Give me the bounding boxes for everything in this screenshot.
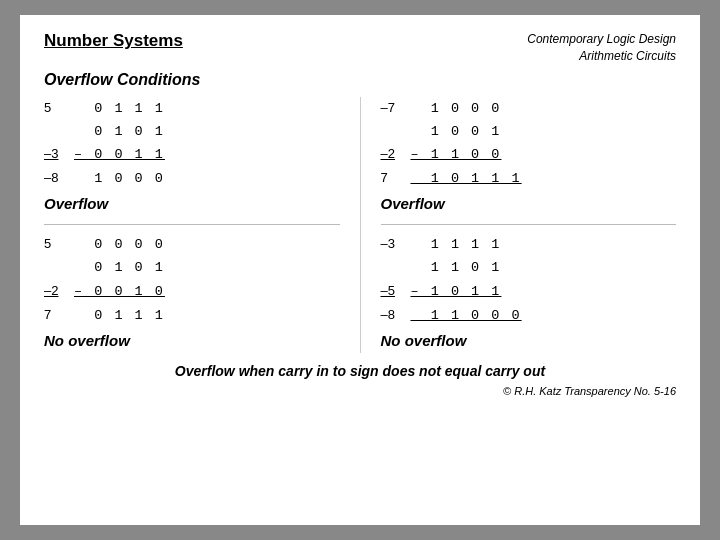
- bits-n1011: – 1 0 1 1: [411, 281, 502, 304]
- header: Number Systems Contemporary Logic Design…: [44, 31, 676, 65]
- bits-0000: 0 0 0 0: [74, 234, 165, 257]
- label-7-top: 7: [381, 167, 411, 189]
- right-divider: [381, 224, 677, 225]
- section-title: Overflow Conditions: [44, 71, 676, 89]
- bits-1000a: 1 0 0 0: [74, 168, 165, 191]
- bits-1001: 1 0 0 1: [411, 121, 502, 144]
- bits-n0011: – 0 0 1 1: [74, 144, 165, 167]
- right-top-row4: 7 1 0 1 1 1: [381, 167, 677, 191]
- bits-1000b: 1 0 0 0: [411, 98, 502, 121]
- label-5-top: 5: [44, 97, 74, 119]
- main-content: 5 0 1 1 1 0 1 0 1 –3 – 0 0 1 1 –8 1 0 0 …: [44, 97, 676, 354]
- right-no-overflow-label: No overflow: [381, 332, 677, 349]
- left-bottom-calc: 5 0 0 0 0 0 1 0 1 –2 – 0 0 1 0 7 0 1 1 1: [44, 233, 340, 328]
- bits-10111: 1 0 1 1 1: [411, 168, 522, 191]
- right-bot-row1: –3 1 1 1 1: [381, 233, 677, 257]
- slide-title: Number Systems: [44, 31, 183, 51]
- right-bot-row3: –5 – 1 0 1 1: [381, 280, 677, 304]
- label-neg5: –5: [381, 280, 411, 302]
- label-neg8: –8: [44, 167, 74, 189]
- left-divider: [44, 224, 340, 225]
- left-top-row4: –8 1 0 0 0: [44, 167, 340, 191]
- right-bottom-calc: –3 1 1 1 1 1 1 0 1 –5 – 1 0 1 1 –8 1 1 0…: [381, 233, 677, 328]
- label-neg3: –3: [44, 143, 74, 165]
- bits-0101b: 0 1 0 1: [74, 257, 165, 280]
- left-bot-row3: –2 – 0 0 1 0: [44, 280, 340, 304]
- left-top-calc: 5 0 1 1 1 0 1 0 1 –3 – 0 0 1 1 –8 1 0 0 …: [44, 97, 340, 192]
- label-7-bot: 7: [44, 304, 74, 326]
- right-bot-row4: –8 1 1 0 0 0: [381, 304, 677, 328]
- slide: Number Systems Contemporary Logic Design…: [20, 15, 700, 525]
- bits-0101: 0 1 0 1: [74, 121, 165, 144]
- bits-0111b: 0 1 1 1: [74, 305, 165, 328]
- left-overflow-label: Overflow: [44, 195, 340, 212]
- bits-1101: 1 1 0 1: [411, 257, 502, 280]
- left-top-row1: 5 0 1 1 1: [44, 97, 340, 121]
- right-top-row1: –7 1 0 0 0: [381, 97, 677, 121]
- bits-n1100: – 1 1 0 0: [411, 144, 502, 167]
- top-right-line1: Contemporary Logic Design: [527, 31, 676, 48]
- bits-11000: 1 1 0 0 0: [411, 305, 522, 328]
- bits-0111: 0 1 1 1: [74, 98, 165, 121]
- right-bot-row2: 1 1 0 1: [381, 257, 677, 280]
- bits-n0010: – 0 0 1 0: [74, 281, 165, 304]
- top-right-text: Contemporary Logic Design Arithmetic Cir…: [527, 31, 676, 65]
- left-bot-row4: 7 0 1 1 1: [44, 304, 340, 328]
- right-overflow-label: Overflow: [381, 195, 677, 212]
- label-neg8-bot: –8: [381, 304, 411, 326]
- left-bot-row1: 5 0 0 0 0: [44, 233, 340, 257]
- right-top-calc: –7 1 0 0 0 1 0 0 1 –2 – 1 1 0 0 7 1 0 1 …: [381, 97, 677, 192]
- bits-1111: 1 1 1 1: [411, 234, 502, 257]
- left-top-row2: 0 1 0 1: [44, 121, 340, 144]
- left-column: 5 0 1 1 1 0 1 0 1 –3 – 0 0 1 1 –8 1 0 0 …: [44, 97, 340, 354]
- label-neg2-top: –2: [381, 143, 411, 165]
- left-top-row3: –3 – 0 0 1 1: [44, 143, 340, 167]
- label-5-bot: 5: [44, 233, 74, 255]
- right-top-row3: –2 – 1 1 0 0: [381, 143, 677, 167]
- right-column: –7 1 0 0 0 1 0 0 1 –2 – 1 1 0 0 7 1 0 1 …: [360, 97, 677, 354]
- right-top-row2: 1 0 0 1: [381, 121, 677, 144]
- label-neg2-bot: –2: [44, 280, 74, 302]
- label-neg7: –7: [381, 97, 411, 119]
- left-bot-row2: 0 1 0 1: [44, 257, 340, 280]
- top-right-line2: Arithmetic Circuits: [527, 48, 676, 65]
- label-neg3-bot: –3: [381, 233, 411, 255]
- bottom-note: Overflow when carry in to sign does not …: [44, 363, 676, 379]
- left-no-overflow-label: No overflow: [44, 332, 340, 349]
- footer: © R.H. Katz Transparency No. 5-16: [44, 385, 676, 397]
